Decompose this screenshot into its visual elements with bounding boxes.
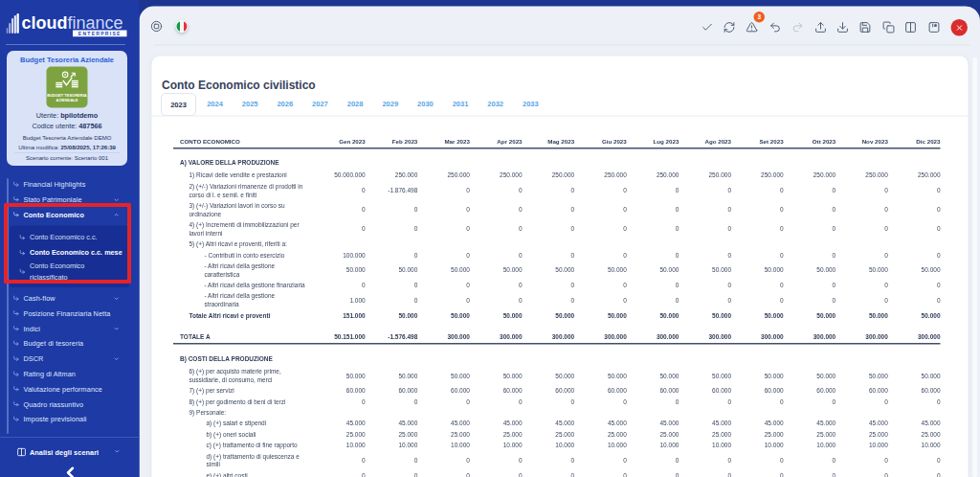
svg-text:cloud: cloud: [22, 13, 68, 33]
svg-text:ENTERPRISE: ENTERPRISE: [78, 31, 122, 36]
